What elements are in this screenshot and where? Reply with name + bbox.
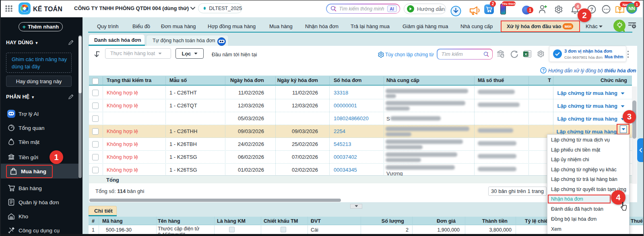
svg-text:?: ? — [590, 7, 593, 12]
svg-text:?: ? — [542, 68, 545, 73]
